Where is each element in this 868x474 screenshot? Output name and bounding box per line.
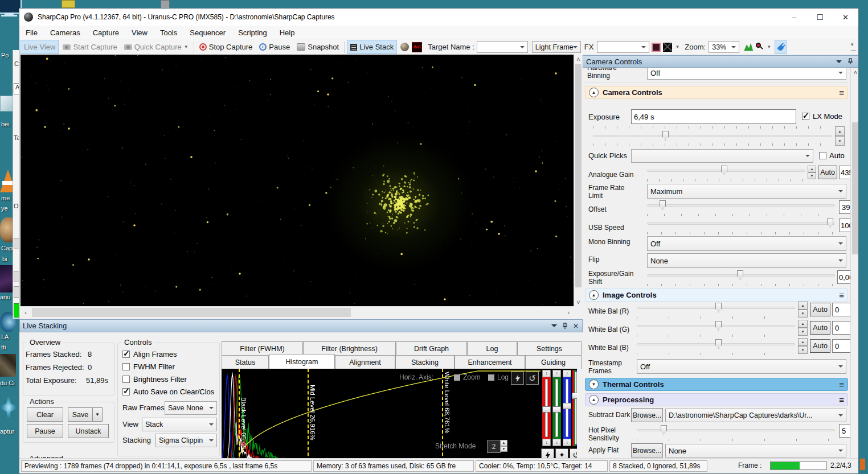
quick-picks-combo[interactable] bbox=[631, 149, 813, 163]
log-checkbox[interactable] bbox=[488, 374, 494, 381]
stacking-combo[interactable]: Sigma Clippin bbox=[155, 434, 217, 447]
white-bal-b-slider[interactable] bbox=[637, 339, 795, 355]
quick-capture-button[interactable]: Quick Capture ▼ bbox=[121, 40, 191, 53]
image-controls-section-header[interactable]: ▲ Image Controls ≡ bbox=[585, 288, 848, 302]
scroll-right-arrow[interactable]: › bbox=[563, 307, 574, 318]
horiz-zoom-toggle[interactable]: Zoom bbox=[454, 373, 481, 381]
tab-alignment[interactable]: Alignment bbox=[335, 355, 395, 369]
fx-combo[interactable] bbox=[597, 41, 649, 53]
hardware-binning-combo[interactable]: Off bbox=[647, 68, 846, 80]
scroll-left-arrow[interactable]: ‹ bbox=[21, 307, 31, 318]
spin-up-icon[interactable]: ▲ bbox=[798, 338, 808, 346]
minimize-button[interactable]: – bbox=[781, 9, 807, 26]
mid-level-line[interactable] bbox=[308, 369, 309, 461]
spin-down-icon[interactable]: ▼ bbox=[835, 136, 845, 146]
subtract-dark-browse-button[interactable]: Browse... bbox=[631, 408, 663, 422]
usb-speed-slider[interactable] bbox=[647, 219, 835, 234]
auto-save-row[interactable]: Auto Save on Clear/Clos bbox=[122, 388, 214, 396]
panel-menu-arrow-icon[interactable] bbox=[836, 60, 842, 63]
spin-up-icon[interactable]: ▲ bbox=[500, 440, 507, 446]
scroll-up-arrow[interactable]: ˄ bbox=[851, 68, 859, 77]
spin-down-icon[interactable]: ▼ bbox=[808, 172, 816, 179]
histogram-tool-icon[interactable] bbox=[744, 43, 753, 51]
tab-histogram[interactable]: Histogram bbox=[269, 354, 335, 369]
tab-enhancement[interactable]: Enhancement bbox=[455, 355, 525, 369]
arrow-down-icon[interactable]: ↓ bbox=[552, 439, 561, 446]
pause-stack-button[interactable]: Pause bbox=[27, 424, 63, 438]
tab-log[interactable]: Log bbox=[467, 341, 517, 355]
spin-up-icon[interactable]: ▲ bbox=[798, 320, 808, 328]
image-hscrollbar[interactable]: ‹ › bbox=[21, 306, 574, 318]
tab-status[interactable]: Status bbox=[222, 355, 269, 369]
maximize-button[interactable]: ☐ bbox=[807, 9, 833, 26]
lx-mode-checkbox[interactable] bbox=[802, 113, 809, 120]
spin-down-icon[interactable]: ▼ bbox=[798, 310, 808, 318]
white-bal-b-spinner[interactable]: ▲▼ bbox=[798, 338, 808, 354]
ing-icon[interactable]: ING bbox=[412, 42, 422, 52]
exposure-slider-thumb[interactable] bbox=[662, 131, 669, 141]
arrow-up-icon[interactable]: ↑ bbox=[552, 370, 561, 377]
white-bal-r-auto-button[interactable]: Auto bbox=[810, 303, 830, 316]
auto-stretch-icon-button[interactable] bbox=[511, 372, 524, 385]
red-level-slider[interactable]: ↑ ↓ bbox=[542, 370, 551, 446]
menu-cameras[interactable]: Cameras bbox=[44, 26, 87, 39]
chevron-down-icon[interactable]: ▼ bbox=[675, 44, 679, 50]
reset-stretch-icon-button[interactable]: ↺ bbox=[526, 372, 539, 385]
arrow-down-icon[interactable]: ↓ bbox=[542, 439, 551, 446]
fwhm-filter-row[interactable]: FWHM Filter bbox=[122, 362, 175, 371]
lx-mode-toggle[interactable]: LX Mode bbox=[802, 112, 842, 121]
white-bal-b-auto-button[interactable]: Auto bbox=[810, 339, 830, 353]
exp-gain-shift-thumb[interactable] bbox=[737, 270, 743, 280]
exposure-slider[interactable] bbox=[593, 126, 832, 146]
image-vscrollbar[interactable]: ˄ ˅ bbox=[574, 55, 582, 306]
pause-button[interactable]: Pause bbox=[256, 40, 293, 53]
section-menu-icon[interactable]: ≡ bbox=[839, 290, 844, 300]
hot-pixel-slider[interactable] bbox=[637, 425, 835, 441]
spin-down-icon[interactable]: ▼ bbox=[798, 346, 808, 354]
section-menu-icon[interactable]: ≡ bbox=[839, 88, 844, 97]
camera-panel-scrollbar[interactable]: ˄ ˅ bbox=[850, 68, 859, 467]
clear-button[interactable]: Clear bbox=[27, 407, 63, 422]
exposure-spinner[interactable]: ▲▼ bbox=[835, 126, 845, 146]
selection-area-icon[interactable] bbox=[652, 43, 661, 52]
align-frames-row[interactable]: Align Frames bbox=[122, 350, 177, 358]
spin-up-icon[interactable]: ▲ bbox=[798, 302, 808, 310]
menu-file[interactable]: File bbox=[19, 26, 44, 39]
thermal-controls-section-header[interactable]: ▼ Thermal Controls ≡ bbox=[585, 378, 848, 391]
arrow-down-icon[interactable]: ↓ bbox=[563, 439, 571, 446]
frame-type-combo[interactable]: Light Frame bbox=[532, 41, 581, 53]
brightness-filter-checkbox[interactable] bbox=[122, 376, 130, 383]
zoom-combo[interactable]: 33% bbox=[709, 41, 739, 53]
white-bal-g-spinner[interactable]: ▲▼ bbox=[798, 320, 808, 336]
title-bar[interactable]: SharpCap Pro (v4.1.12367, 64 bit) - Uran… bbox=[19, 9, 858, 26]
menu-sequencer[interactable]: Sequencer bbox=[183, 26, 232, 39]
collapse-icon[interactable]: ▲ bbox=[589, 395, 599, 405]
blue-slider-thumb[interactable] bbox=[563, 403, 571, 409]
timestamp-frames-combo[interactable]: Off bbox=[637, 359, 846, 374]
analogue-gain-auto-button[interactable]: Auto bbox=[818, 166, 837, 179]
white-bal-r-spinner[interactable]: ▲▼ bbox=[798, 302, 808, 318]
desktop-texture-icon[interactable] bbox=[0, 354, 16, 377]
image-viewport[interactable] bbox=[21, 55, 574, 306]
spin-down-icon[interactable]: ▼ bbox=[500, 446, 507, 452]
camera-panel-header[interactable]: Camera Controls bbox=[583, 55, 859, 68]
camera-controls-section-header[interactable]: ▲ Camera Controls ≡ bbox=[585, 86, 848, 99]
tab-filter-brightness[interactable]: Filter (Brightness) bbox=[303, 341, 396, 355]
save-dropdown-button[interactable]: ▼ bbox=[92, 407, 103, 422]
green-slider-thumb[interactable] bbox=[552, 406, 561, 413]
scroll-down-arrow[interactable]: ˅ bbox=[574, 298, 583, 306]
menu-help[interactable]: Help bbox=[273, 26, 301, 39]
zoom-checkbox[interactable] bbox=[454, 374, 460, 381]
menu-tools[interactable]: Tools bbox=[154, 26, 183, 39]
tab-stacking[interactable]: Stacking bbox=[395, 355, 455, 369]
white-bal-r-slider[interactable] bbox=[637, 303, 795, 319]
tab-guiding[interactable]: Guiding bbox=[525, 355, 582, 369]
tab-settings[interactable]: Settings bbox=[517, 341, 582, 355]
stretch-mode-spinner[interactable]: ▲▼ bbox=[500, 440, 507, 452]
tab-filter-fwhm[interactable]: Filter (FWHM) bbox=[222, 341, 303, 355]
toolbar-overflow-button[interactable]: ▾― bbox=[851, 42, 856, 53]
menu-scripting[interactable]: Scripting bbox=[232, 26, 273, 39]
exposure-auto-toggle[interactable]: Auto bbox=[819, 151, 845, 160]
collapse-icon[interactable]: ▲ bbox=[589, 88, 599, 97]
fwhm-filter-checkbox[interactable] bbox=[122, 363, 130, 370]
